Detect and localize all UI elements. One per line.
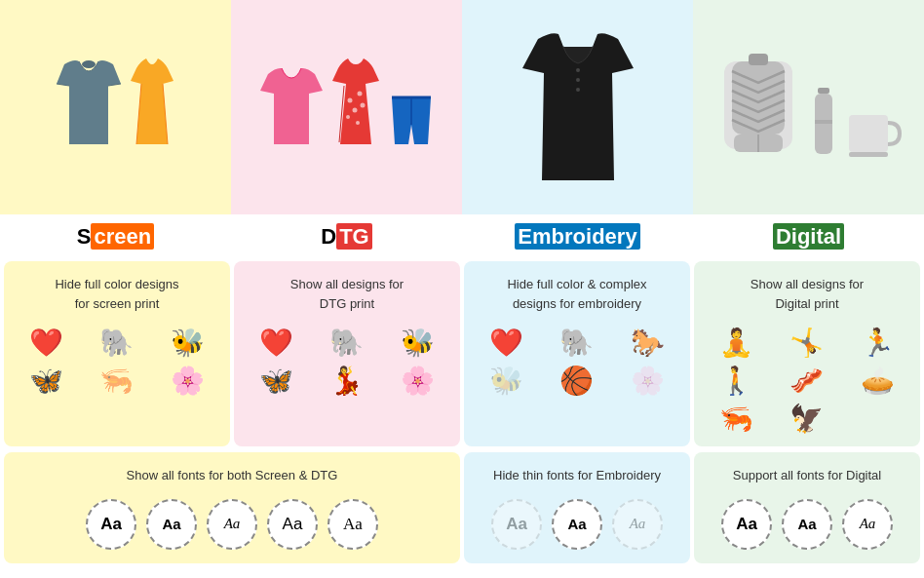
svg-rect-20 bbox=[849, 152, 888, 157]
svg-point-5 bbox=[346, 115, 350, 119]
dancer-dtg-icon: 💃 bbox=[329, 365, 364, 397]
emb-font-panel[interactable]: Hide thin fonts for Embroidery Aa Aa Aa bbox=[464, 452, 690, 563]
flower-emb-icon: 🌸 bbox=[631, 365, 665, 397]
heart-emb-icon: ❤️ bbox=[489, 327, 523, 359]
pie-dig-icon: 🥧 bbox=[861, 365, 895, 397]
embroidery-label: Embroidery bbox=[462, 214, 693, 257]
svg-point-0 bbox=[82, 60, 96, 68]
polo-shirt-icon bbox=[515, 29, 641, 185]
screen-design-panel[interactable]: Hide full color designsfor screen print … bbox=[4, 261, 230, 446]
font-circle-2[interactable]: Aa bbox=[146, 499, 197, 550]
shrimp-dig-icon: 🦐 bbox=[719, 403, 753, 435]
dig-highlight: Digital bbox=[773, 223, 844, 250]
elephant-emb-icon: 🐘 bbox=[559, 327, 594, 359]
backpack-icon bbox=[714, 52, 802, 164]
shorts-icon bbox=[387, 96, 436, 149]
emb-panel-title: Hide full color & complexdesigns for emb… bbox=[474, 275, 680, 313]
bee-emb-icon: 🐝 bbox=[489, 365, 523, 397]
digital-image-cell bbox=[693, 0, 924, 214]
stretch-dig-icon: 🤸 bbox=[789, 327, 824, 359]
svg-point-6 bbox=[356, 121, 360, 125]
screen-highlight: creen bbox=[91, 223, 154, 250]
emb-font-title: Hide thin fonts for Embroidery bbox=[474, 466, 680, 485]
runner-dig-icon: 🏃 bbox=[861, 327, 895, 359]
emb-font-circle-3[interactable]: Aa bbox=[612, 499, 663, 550]
bee-dtg-icon: 🐝 bbox=[401, 327, 435, 359]
dtg-label: DTG bbox=[231, 214, 462, 257]
dig-design-panel[interactable]: Show all designs forDigital print 🧘 🤸 🏃 … bbox=[694, 261, 920, 446]
dig-font-title: Support all fonts for Digital bbox=[704, 466, 910, 485]
dtg-panel-title: Show all designs forDTG print bbox=[244, 275, 450, 313]
dig-panel-title: Show all designs forDigital print bbox=[704, 275, 910, 313]
screen-label: Screen bbox=[0, 214, 231, 257]
tshirt-pink-icon bbox=[258, 66, 325, 149]
dtg-design-panel[interactable]: Show all designs forDTG print ❤️ 🐘 🐝 🦋 💃… bbox=[234, 261, 460, 446]
emb-font-circle-2[interactable]: Aa bbox=[552, 499, 602, 550]
svg-rect-18 bbox=[815, 120, 832, 124]
walk-dig-icon: 🚶 bbox=[719, 365, 753, 397]
dress-icon bbox=[127, 57, 177, 149]
bee-icon: 🐝 bbox=[171, 327, 205, 359]
dig-font-circle-1[interactable]: Aa bbox=[721, 499, 772, 550]
flower-dtg-icon: 🌸 bbox=[401, 365, 435, 397]
butterfly-dtg-icon: 🦋 bbox=[259, 365, 293, 397]
svg-rect-19 bbox=[849, 115, 888, 152]
dig-font-circle-2[interactable]: Aa bbox=[782, 499, 832, 550]
screen-dtg-font-title: Show all fonts for both Screen & DTG bbox=[14, 466, 450, 485]
dtg-image-cell bbox=[231, 0, 462, 214]
bird-dig-icon: 🦅 bbox=[789, 403, 824, 435]
svg-point-8 bbox=[576, 68, 580, 72]
horse-emb-icon: 🐎 bbox=[631, 327, 665, 359]
elephant-dtg-icon: 🐘 bbox=[329, 327, 364, 359]
dress-red-icon bbox=[330, 57, 381, 149]
bottle-icon bbox=[810, 86, 837, 164]
font-circle-4[interactable]: Aa bbox=[267, 499, 318, 550]
svg-rect-16 bbox=[818, 88, 829, 94]
basketball-icon: 🦐 bbox=[99, 365, 134, 397]
emb-font-circle-1[interactable]: Aa bbox=[491, 499, 542, 550]
dig-font-panel[interactable]: Support all fonts for Digital Aa Aa Aa bbox=[694, 452, 920, 563]
heart-dtg-icon: ❤️ bbox=[259, 327, 293, 359]
basketball-emb-icon: 🏀 bbox=[559, 365, 594, 397]
font-circle-3[interactable]: Aa bbox=[207, 499, 257, 550]
emb-design-panel[interactable]: Hide full color & complexdesigns for emb… bbox=[464, 261, 690, 446]
dtg-highlight: TG bbox=[336, 223, 372, 250]
heart-icon: ❤️ bbox=[29, 327, 63, 359]
svg-point-2 bbox=[357, 91, 362, 96]
butterfly-icon: 🦋 bbox=[29, 365, 63, 397]
elephant-icon: 🐘 bbox=[99, 327, 134, 359]
font-circle-1[interactable]: Aa bbox=[86, 499, 136, 550]
svg-rect-13 bbox=[749, 54, 768, 65]
screen-image-cell bbox=[0, 0, 231, 214]
font-circle-5[interactable]: Aa bbox=[327, 499, 378, 550]
digital-label: Digital bbox=[693, 214, 924, 257]
svg-point-3 bbox=[352, 107, 357, 112]
emb-highlight: Embroidery bbox=[515, 223, 639, 250]
svg-point-4 bbox=[360, 102, 365, 107]
yoga-dig-icon: 🧘 bbox=[719, 327, 753, 359]
flower-icon: 🌸 bbox=[171, 365, 205, 397]
screen-panel-title: Hide full color designsfor screen print bbox=[14, 275, 220, 313]
food-dig-icon: 🥓 bbox=[789, 365, 824, 397]
mug-icon bbox=[845, 107, 904, 164]
svg-point-10 bbox=[576, 88, 580, 92]
svg-point-1 bbox=[347, 97, 352, 102]
embroidery-image-cell bbox=[462, 0, 693, 214]
svg-point-9 bbox=[576, 78, 580, 82]
dig-font-circle-3[interactable]: Aa bbox=[842, 499, 893, 550]
screen-dtg-font-panel[interactable]: Show all fonts for both Screen & DTG Aa … bbox=[4, 452, 460, 563]
hoodie-icon bbox=[55, 57, 123, 149]
